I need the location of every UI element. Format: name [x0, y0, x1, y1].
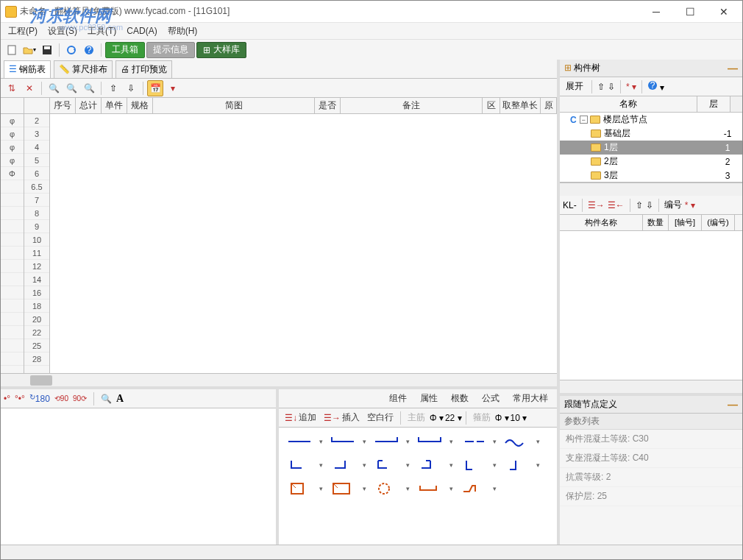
shape-rect[interactable] [283, 479, 316, 498]
refresh-icon[interactable] [63, 42, 79, 58]
floor-tree[interactable]: C−楼层总节点基础层-11层12层23层3 [560, 113, 742, 182]
minimize-def-icon[interactable]: — [728, 399, 738, 411]
col-orig[interactable]: 原 [541, 98, 557, 113]
tree-hscroll[interactable] [560, 182, 742, 196]
blank-button[interactable]: 空白行 [364, 410, 397, 425]
hoop-value[interactable]: 10 ▾ [511, 413, 527, 423]
angle90r-icon[interactable]: 90⟳ [73, 394, 87, 403]
dot-icon[interactable]: •° [4, 394, 10, 404]
sort-icon[interactable]: ⇅ [4, 80, 20, 96]
help-icon[interactable]: ? [81, 42, 97, 58]
kl-icon1[interactable]: ☰→ [588, 200, 605, 210]
new-icon[interactable] [4, 42, 20, 58]
shape-halfbox1[interactable] [370, 456, 402, 475]
col-total[interactable]: 总计 [76, 98, 102, 113]
save-icon[interactable] [39, 42, 55, 58]
down-icon[interactable]: ⇩ [608, 82, 615, 92]
text-icon[interactable]: A [116, 393, 124, 405]
shape-u[interactable] [413, 432, 446, 451]
angle180-icon[interactable]: ↻180 [29, 393, 50, 404]
col-round[interactable]: 取整单长 [500, 98, 541, 113]
shape-circle[interactable] [370, 479, 402, 498]
calendar-icon[interactable]: 📅 [147, 80, 163, 96]
preview-canvas[interactable] [1, 408, 276, 545]
kl-up-icon[interactable]: ⇧ [636, 200, 643, 210]
menu-cad[interactable]: CAD(A) [122, 24, 161, 38]
grid-body[interactable] [50, 114, 557, 373]
dots-icon[interactable]: °•° [15, 394, 25, 404]
param-list[interactable]: 构件混凝土等级: C30 支座混凝土等级: C40 抗震等级: 2 保护层: 2… [560, 430, 742, 545]
menu-tools[interactable]: 工具(T) [83, 24, 121, 39]
tab-formula[interactable]: 公式 [476, 389, 505, 408]
insert-button[interactable]: ☰→插入 [321, 410, 363, 425]
diameter2-icon[interactable]: Φ ▾ [495, 413, 509, 423]
shape-l1[interactable] [457, 456, 489, 475]
search-icon[interactable]: 🔍 [101, 394, 112, 404]
append-button[interactable]: ☰↓追加 [282, 410, 319, 425]
kl-star-dropdown[interactable]: * ▾ [685, 200, 695, 210]
col-name[interactable]: 名称 [560, 96, 697, 112]
tab-common[interactable]: 常用大样 [507, 389, 554, 408]
col-floor[interactable]: 层 [697, 96, 730, 112]
tree-item[interactable]: 1层1 [560, 141, 742, 155]
col-num[interactable]: 序号 [50, 98, 76, 113]
angle90l-icon[interactable]: ⟲90 [54, 394, 68, 403]
down-arrow-icon[interactable]: ⇩ [123, 80, 139, 96]
star-dropdown[interactable]: * ▾ [626, 82, 636, 92]
kl-down-icon[interactable]: ⇩ [646, 200, 653, 210]
component-list[interactable] [560, 231, 742, 380]
shape-rect2[interactable] [327, 479, 359, 498]
tab-property[interactable]: 属性 [414, 389, 444, 408]
shape-line[interactable] [283, 432, 316, 451]
zoom-out-icon[interactable]: 🔍 [81, 80, 97, 96]
open-icon[interactable]: ▾ [21, 42, 38, 58]
tree-item[interactable]: 基础层-1 [560, 127, 742, 141]
diameter-icon[interactable]: Φ ▾ [430, 413, 444, 423]
up-arrow-icon[interactable]: ⇧ [105, 80, 121, 96]
shape-zig[interactable] [457, 479, 489, 498]
col-zone[interactable]: 区 [483, 98, 500, 113]
kcol-axis[interactable]: [轴号] [669, 215, 702, 230]
dropdown-icon[interactable]: ▾ [165, 80, 181, 96]
tree-item[interactable]: 3层3 [560, 169, 742, 182]
kcol-qty[interactable]: 数量 [643, 215, 669, 230]
col-diagram[interactable]: 简图 [153, 98, 315, 113]
menu-help[interactable]: 帮助(H) [163, 24, 202, 39]
shape-l2[interactable] [500, 456, 533, 475]
minimize-panel-icon[interactable]: — [728, 63, 738, 74]
menu-file[interactable]: 工程(P) [4, 24, 42, 39]
tab-rebar[interactable]: ☰钢筋表 [4, 60, 51, 78]
tree-item[interactable]: 2层2 [560, 155, 742, 169]
shape-hookl[interactable] [327, 432, 359, 451]
zoom-in-icon[interactable]: 🔍 [63, 80, 79, 96]
comp-hscroll[interactable] [560, 380, 742, 393]
tab-print[interactable]: 🖨打印预览 [115, 60, 172, 78]
close-button[interactable]: ✕ [707, 1, 741, 22]
shape-halfbox2[interactable] [413, 456, 446, 475]
maximize-button[interactable]: ☐ [673, 1, 707, 22]
shape-corner1[interactable] [283, 456, 316, 475]
toolbox-button[interactable]: 工具箱 [105, 42, 145, 58]
kl-icon2[interactable]: ☰← [608, 200, 625, 210]
col-note[interactable]: 备注 [341, 98, 483, 113]
shape-corner2[interactable] [327, 456, 359, 475]
tab-ruler[interactable]: 📏算尺排布 [54, 60, 113, 78]
hint-button[interactable]: 提示信息 [146, 42, 195, 58]
kcol-name[interactable]: 构件名称 [560, 215, 643, 230]
minimize-button[interactable]: ─ [639, 1, 673, 22]
grid-area[interactable]: φφφφΦ 234566.578910111214161820222528 [1, 114, 557, 373]
main-value[interactable]: 22 ▾ [445, 413, 462, 423]
shape-hook3[interactable] [413, 479, 446, 498]
delete-icon[interactable]: ✕ [21, 80, 38, 96]
shape-hookr[interactable] [370, 432, 402, 451]
detail-lib-button[interactable]: ⊞大样库 [196, 42, 246, 58]
shape-wave[interactable] [500, 432, 533, 451]
tab-count[interactable]: 根数 [445, 389, 474, 408]
col-yn[interactable]: 是否 [315, 98, 341, 113]
col-unit[interactable]: 单件 [102, 98, 127, 113]
expand-button[interactable]: 展开 [563, 80, 586, 93]
tab-component[interactable]: 组件 [383, 389, 413, 408]
up-icon[interactable]: ⇧ [597, 82, 605, 92]
col-spec[interactable]: 规格 [127, 98, 153, 113]
menu-settings[interactable]: 设置(S) [43, 24, 82, 39]
